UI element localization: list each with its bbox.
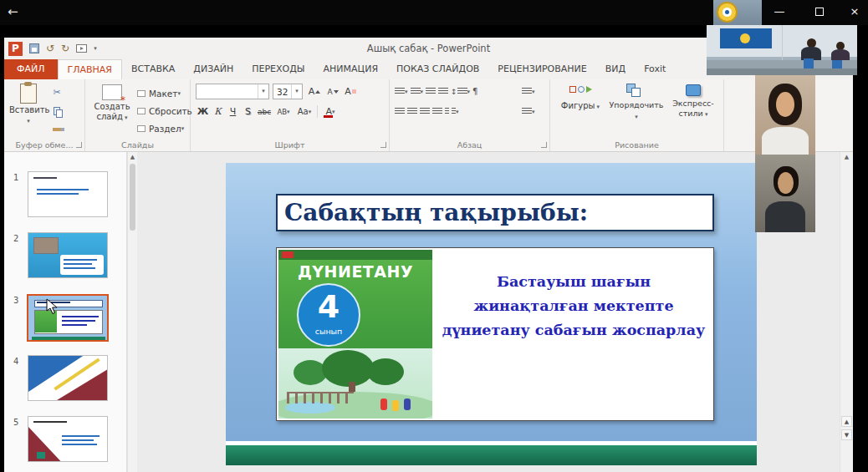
paragraph-dialog-launcher-icon[interactable] xyxy=(541,142,547,148)
participant-video-2[interactable] xyxy=(755,155,815,232)
save-icon[interactable] xyxy=(29,43,39,53)
main-scroll-up-icon[interactable]: ▲ xyxy=(840,154,853,160)
text-shadow-button[interactable]: S xyxy=(241,104,255,119)
line-spacing-button[interactable]: ↕▾ xyxy=(451,84,470,99)
thumbnail-scrollbar[interactable]: ▲ xyxy=(127,152,137,472)
arrange-button[interactable]: Упорядочить ▾ xyxy=(609,82,664,122)
tab-foxit[interactable]: Foxit xyxy=(635,59,675,79)
thumb5-text-bar xyxy=(62,435,100,437)
thumbnail-scrollbar-thumb[interactable] xyxy=(130,164,135,231)
bullets-button[interactable]: ▾ xyxy=(395,84,408,99)
bold-button[interactable]: Ж xyxy=(196,104,210,119)
shrink-font-button[interactable]: А xyxy=(324,84,341,99)
clipboard-dialog-launcher-icon[interactable] xyxy=(76,142,82,148)
paste-button[interactable]: Вставить ▾ xyxy=(9,82,48,126)
slide-number: 2 xyxy=(13,234,18,243)
format-painter-button[interactable] xyxy=(53,121,61,137)
book-top-strip xyxy=(278,250,432,260)
shapes-button[interactable]: Фигуры ▾ xyxy=(555,82,605,112)
classroom-video-top-fragment[interactable] xyxy=(713,0,762,25)
mouse-cursor xyxy=(46,298,58,318)
grow-font-button[interactable]: А xyxy=(306,84,323,99)
tab-view[interactable]: ВИД xyxy=(596,59,635,79)
thumb3-text-bar2 xyxy=(62,320,95,322)
columns-button[interactable]: ▾ xyxy=(445,104,459,119)
undo-icon[interactable]: ↺ xyxy=(46,42,54,55)
strikethrough-button[interactable]: abc xyxy=(256,104,273,119)
slide-thumbnail-5[interactable] xyxy=(28,416,108,462)
slide-thumbnail-3-selected[interactable] xyxy=(27,294,109,342)
main-scrollbar[interactable]: ▲ ▲ ▼ xyxy=(840,152,853,472)
emblem-center-dot xyxy=(725,10,729,14)
book-illustration xyxy=(278,348,432,419)
arrange-square-2 xyxy=(631,88,641,97)
back-icon[interactable]: ← xyxy=(8,4,18,19)
tab-slideshow[interactable]: ПОКАЗ СЛАЙДОВ xyxy=(387,59,488,79)
tab-animations[interactable]: АНИМАЦИЯ xyxy=(314,59,387,79)
slide-title-box[interactable]: Сабақтың тақырыбы: xyxy=(276,194,714,231)
tab-transitions[interactable]: ПЕРЕХОДЫ xyxy=(243,59,314,79)
italic-button[interactable]: К xyxy=(211,104,225,119)
maximize-button[interactable] xyxy=(806,3,833,22)
slide-content-box[interactable]: ДҮНИЕТАНУ 4 сынып xyxy=(276,247,714,421)
redo-icon[interactable]: ↻ xyxy=(61,42,69,55)
shrink-font-arrow-icon xyxy=(334,90,339,94)
close-button[interactable]: × xyxy=(841,3,868,22)
convert-smartart-button[interactable]: ▾ xyxy=(522,104,535,119)
new-slide-dropdown-icon: ▾ xyxy=(123,114,128,121)
thumb3-text-bar3 xyxy=(62,324,87,326)
tab-insert[interactable]: ВСТАВКА xyxy=(122,59,184,79)
font-color-button[interactable]: А ▾ xyxy=(320,104,340,119)
clear-formatting-eraser-icon xyxy=(352,89,356,94)
next-slide-button[interactable]: ▼ xyxy=(841,429,852,440)
font-dialog-launcher-icon[interactable] xyxy=(380,142,386,148)
reset-button[interactable]: Сбросить xyxy=(137,103,192,119)
align-right-icon xyxy=(420,108,430,115)
case-label: Аа xyxy=(298,107,309,116)
slide-thumbnail-4[interactable] xyxy=(28,355,108,401)
increase-indent-button[interactable] xyxy=(438,84,448,99)
scroll-up-icon[interactable]: ▲ xyxy=(128,154,137,160)
tab-design[interactable]: ДИЗАЙН xyxy=(184,59,243,79)
section-button[interactable]: Раздел ▾ xyxy=(137,120,192,136)
slideshow-icon[interactable] xyxy=(76,44,87,53)
customize-qat-icon[interactable]: ▾ xyxy=(94,45,97,52)
change-case-button[interactable]: Аа ▾ xyxy=(294,104,314,119)
align-left-button[interactable] xyxy=(395,104,405,119)
participant-video-1[interactable] xyxy=(755,75,815,155)
tree-shape xyxy=(322,350,374,387)
participant-video-classroom[interactable] xyxy=(707,25,857,75)
numbering-button[interactable]: ▾ xyxy=(411,84,424,99)
text-direction-button[interactable]: ¶ xyxy=(472,84,477,99)
group-drawing: Фигуры ▾ Упорядочить ▾ Экспресс-стили ▾ … xyxy=(550,79,724,151)
cut-button[interactable]: ✂ xyxy=(53,84,61,100)
previous-slide-button[interactable]: ▲ xyxy=(841,416,852,427)
tab-file[interactable]: ФАЙЛ xyxy=(4,59,58,79)
align-right-button[interactable] xyxy=(420,104,430,119)
justify-button[interactable] xyxy=(432,104,442,119)
group-font: ▾ 32▾ А А А Ж К Ч S abc АВ ▾ Аа ▾ А ▾ xyxy=(191,79,390,151)
slide-thumbnail-2[interactable] xyxy=(28,232,108,278)
tab-review[interactable]: РЕЦЕНЗИРОВАНИЕ xyxy=(488,59,595,79)
align-center-button[interactable] xyxy=(407,104,417,119)
copy-button[interactable] xyxy=(53,103,61,119)
quick-styles-button[interactable]: Экспресс-стили ▾ xyxy=(667,82,719,119)
new-slide-button[interactable]: * Создать слайд ▾ xyxy=(89,82,135,123)
font-size-combo[interactable]: 32▾ xyxy=(273,84,303,99)
underline-button[interactable]: Ч xyxy=(226,104,240,119)
clear-formatting-button[interactable]: А xyxy=(343,84,358,99)
character-spacing-button[interactable]: АВ ▾ xyxy=(273,104,294,119)
shapes-label: Фигуры xyxy=(561,101,595,110)
layout-button[interactable]: Макет ▾ xyxy=(137,85,192,101)
font-name-combo[interactable]: ▾ xyxy=(196,84,269,99)
child-figure xyxy=(392,400,399,411)
tab-home[interactable]: ГЛАВНАЯ xyxy=(58,59,123,79)
slide-canvas[interactable]: Сабақтың тақырыбы: ДҮНИЕТАНУ 4 сынып xyxy=(226,163,757,465)
text-align-vertical-button[interactable]: ▾ xyxy=(522,84,535,99)
scissors-icon: ✂ xyxy=(53,87,60,98)
decrease-indent-button[interactable] xyxy=(426,84,436,99)
minimize-button[interactable]: — xyxy=(766,3,793,22)
clipboard-group-label: Буфер обме... xyxy=(4,140,84,150)
slide-number: 1 xyxy=(13,173,18,182)
slide-thumbnail-1[interactable] xyxy=(28,171,108,217)
